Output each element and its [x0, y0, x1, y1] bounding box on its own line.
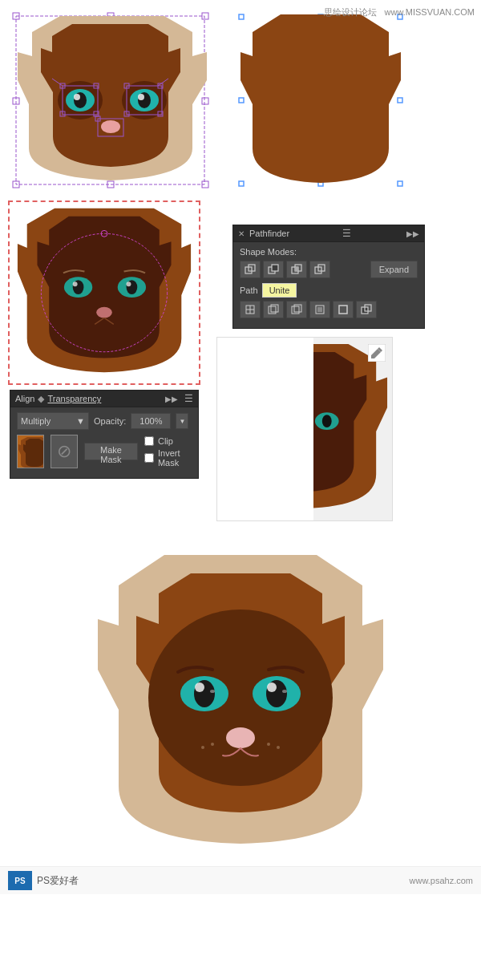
- bottom-row: [0, 521, 481, 866]
- svg-point-79: [148, 609, 333, 786]
- unite-shape-btn[interactable]: [240, 261, 261, 278]
- svg-rect-65: [292, 306, 299, 314]
- expand-button[interactable]: Expand: [370, 261, 418, 278]
- svg-rect-69: [339, 306, 347, 314]
- unite-button[interactable]: Unite: [262, 283, 297, 298]
- exclude-btn[interactable]: [309, 261, 330, 278]
- transparency-tab[interactable]: Transparency: [47, 394, 101, 403]
- svg-point-75: [322, 415, 332, 427]
- svg-rect-34: [239, 181, 244, 186]
- svg-point-21: [138, 94, 144, 100]
- svg-rect-64: [271, 305, 278, 312]
- divide-btn[interactable]: [240, 301, 261, 318]
- mask-overlay: [217, 338, 313, 520]
- pathfinders-row: Path Unite: [240, 283, 418, 298]
- close-icon[interactable]: ✕: [238, 229, 245, 238]
- cat-right-svg: [232, 8, 409, 192]
- blend-mode-label: Multiply: [21, 416, 51, 426]
- opacity-stepper[interactable]: ▼: [176, 413, 188, 429]
- clip-label: Clip: [158, 436, 173, 446]
- svg-rect-54: [272, 265, 278, 271]
- pathfinder-titlebar: ✕ Pathfinder ☰ ▶▶: [233, 225, 424, 242]
- opacity-value: 100%: [139, 416, 162, 426]
- svg-rect-38: [239, 98, 244, 103]
- svg-point-82: [195, 682, 204, 692]
- svg-rect-68: [317, 307, 322, 312]
- svg-rect-35: [398, 181, 402, 186]
- svg-point-86: [267, 682, 277, 692]
- cat-dark-svg: [10, 202, 199, 383]
- pathfinder-body: Shape Modes:: [233, 242, 424, 328]
- site-url: www.psahz.com: [410, 876, 473, 885]
- clip-option: Clip: [144, 436, 192, 446]
- path-label: Path: [240, 285, 258, 295]
- align-tab[interactable]: Align: [15, 394, 34, 403]
- invert-mask-checkbox[interactable]: [144, 453, 154, 463]
- svg-point-89: [211, 743, 214, 746]
- svg-point-46: [96, 307, 112, 318]
- opacity-label: Opacity:: [94, 416, 126, 426]
- pathfinder-btns-row: [240, 301, 418, 318]
- svg-point-27: [101, 120, 120, 133]
- collapse-icon[interactable]: ▶▶: [406, 229, 419, 238]
- shape-modes-buttons: Expand: [240, 261, 418, 278]
- mask-options: Clip Invert Mask: [144, 436, 192, 468]
- pathfinder-title: Pathfinder: [249, 229, 289, 238]
- mask-thumbnail: ⊘: [51, 435, 78, 468]
- panel-menu-icon[interactable]: ☰: [342, 228, 351, 239]
- align-transparency-panel: Align ◆ Transparency ▶▶ ☰ Multiply ▼ Opa…: [10, 390, 199, 479]
- opacity-input[interactable]: 100%: [131, 413, 171, 429]
- svg-rect-2: [202, 13, 208, 19]
- svg-rect-63: [269, 306, 276, 314]
- minus-front-btn[interactable]: [263, 261, 284, 278]
- invert-mask-label: Invert Mask: [158, 448, 192, 468]
- cat-left-container: [8, 8, 216, 192]
- clip-checkbox[interactable]: [144, 436, 154, 446]
- minus-back-btn[interactable]: [356, 301, 377, 318]
- thumbnail-row: ⊘ Make Mask Clip Invert Mask: [17, 435, 192, 468]
- cat-dark-container: Align ◆ Transparency ▶▶ ☰ Multiply ▼ Opa…: [8, 200, 200, 385]
- ps-brand: PS爱好者: [37, 874, 79, 888]
- svg-point-91: [267, 743, 270, 746]
- pathfinder-panel: ✕ Pathfinder ☰ ▶▶ Shape Modes:: [232, 225, 425, 329]
- svg-point-92: [277, 746, 280, 749]
- ps-logo: PS PS爱好者: [8, 871, 79, 890]
- svg-rect-57: [295, 267, 298, 271]
- cat-left-svg: [8, 8, 216, 192]
- panel-titlebar: Align ◆ Transparency ▶▶ ☰: [10, 391, 198, 407]
- outline-btn[interactable]: [333, 301, 354, 318]
- mask-icon: [368, 344, 386, 362]
- invert-mask-option: Invert Mask: [144, 448, 192, 468]
- ps-icon: PS: [8, 871, 32, 890]
- cat-large-container: [88, 545, 393, 850]
- cat-large-svg: [88, 545, 393, 850]
- svg-point-88: [226, 727, 255, 748]
- svg-rect-39: [398, 98, 402, 103]
- trim-btn[interactable]: [263, 301, 284, 318]
- svg-rect-8: [202, 98, 208, 104]
- svg-point-90: [201, 746, 204, 749]
- middle-right-col: ✕ Pathfinder ☰ ▶▶ Shape Modes:: [216, 200, 425, 521]
- svg-point-42: [73, 281, 78, 286]
- svg-rect-32: [239, 14, 244, 19]
- svg-point-83: [210, 690, 215, 693]
- panel-body: Multiply ▼ Opacity: 100% ▼: [10, 407, 198, 478]
- watermark: 思绘设计论坛 www.MISSVUAN.COM: [324, 6, 475, 18]
- blend-mode-select[interactable]: Multiply ▼: [17, 412, 89, 430]
- intersect-btn[interactable]: [286, 261, 307, 278]
- titlebar-left: ✕ Pathfinder: [238, 229, 289, 238]
- cat-mask-container: [216, 337, 393, 521]
- bottom-bar: PS PS爱好者 www.psahz.com: [0, 866, 481, 894]
- merge-btn[interactable]: [286, 301, 307, 318]
- middle-row: Align ◆ Transparency ▶▶ ☰ Multiply ▼ Opa…: [0, 196, 481, 521]
- shape-modes-label: Shape Modes:: [240, 247, 418, 257]
- blend-opacity-row: Multiply ▼ Opacity: 100% ▼: [17, 412, 192, 430]
- svg-point-13: [74, 94, 80, 100]
- cat-right-container: [232, 8, 409, 192]
- crop-btn[interactable]: [309, 301, 330, 318]
- top-row: [0, 0, 481, 192]
- svg-point-87: [282, 690, 287, 693]
- layer-thumbnail: [17, 435, 44, 468]
- blend-mode-arrow: ▼: [76, 416, 85, 426]
- make-mask-button[interactable]: Make Mask: [84, 443, 138, 460]
